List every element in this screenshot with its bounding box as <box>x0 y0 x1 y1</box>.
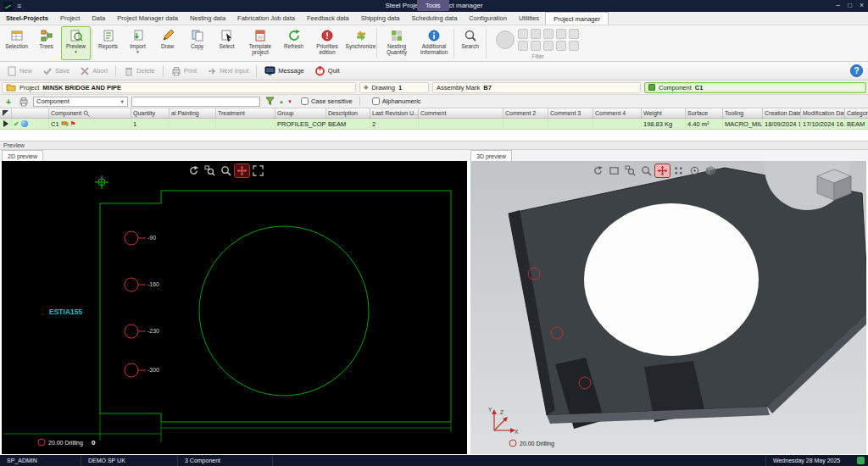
col-header-modification-date[interactable]: Modification Date <box>801 108 845 118</box>
cell-category[interactable]: BEAM <box>845 119 868 129</box>
views-grid-icon[interactable] <box>671 164 686 177</box>
zoom-window-icon[interactable] <box>203 164 217 177</box>
cell-surface[interactable]: 4.40 m² <box>686 119 723 129</box>
2d-preview-canvas[interactable]: -90 -160 -230 -300 ESTIA155 20.00 Drilli… <box>2 161 467 454</box>
filter-disabled-icon[interactable] <box>556 29 566 39</box>
sort-up-icon[interactable]: ▲ <box>279 99 284 104</box>
filter-disabled-icon[interactable] <box>518 29 528 39</box>
filter-disabled-icon[interactable] <box>543 41 554 51</box>
fit-view-icon[interactable] <box>251 164 265 177</box>
cell-comment[interactable] <box>419 119 504 129</box>
menu-project[interactable]: Project <box>54 12 86 25</box>
zoom-icon[interactable] <box>219 164 233 177</box>
tab-2d-preview[interactable]: 2D preview <box>2 150 43 161</box>
cell-weight[interactable]: 198.83 Kg <box>642 119 686 129</box>
ribbon-button-trees[interactable]: Trees <box>31 26 61 60</box>
menu-scheduling-data[interactable]: Scheduling data <box>406 12 464 25</box>
col-header-treatment[interactable]: Treatment <box>216 108 275 118</box>
help-button[interactable]: ? <box>850 64 863 77</box>
drawing-box[interactable]: ◆ Drawing 1 <box>359 82 429 93</box>
cell-tooling[interactable]: MACRO_MILL... <box>723 119 763 129</box>
col-header-surface[interactable]: Surface <box>686 108 723 118</box>
cell-creation-date[interactable]: 18/09/2024 10.2... <box>763 119 801 129</box>
component-box[interactable]: Component C1 <box>644 82 866 93</box>
ribbon-button-preview[interactable]: Preview ▼ <box>61 26 91 60</box>
ribbon-button-select[interactable]: Select <box>212 26 242 60</box>
target-icon[interactable] <box>687 164 702 177</box>
cell-last-revision[interactable]: 2 <box>370 119 419 129</box>
cube-icon[interactable] <box>704 164 718 177</box>
plane-view-icon[interactable] <box>607 164 621 177</box>
menu-fabrication-job-data[interactable]: Fabrication Job data <box>231 12 301 25</box>
ribbon-button-selection[interactable]: Selection <box>2 26 31 60</box>
filter-disabled-icon[interactable] <box>543 29 554 39</box>
col-header-description[interactable]: Description <box>326 108 370 118</box>
alphanumeric-checkbox[interactable] <box>372 97 380 105</box>
ribbon-button-reports[interactable]: Reports <box>93 26 123 60</box>
filter-disabled-icon[interactable] <box>531 41 541 51</box>
project-box[interactable]: Project MINSK BRIDGE AND PIPE <box>2 82 356 93</box>
delete-button[interactable]: Delete <box>120 64 159 78</box>
col-header-weight[interactable]: Weight <box>642 108 686 118</box>
col-header-comment2[interactable]: Comment 2 <box>504 108 548 118</box>
case-sensitive-checkbox[interactable] <box>301 97 309 105</box>
menu-steel-projects[interactable]: Steel-Projects <box>0 12 54 25</box>
menu-project-manager-data[interactable]: Project Manager data <box>111 12 184 25</box>
ribbon-button-template-project[interactable]: Template project <box>242 26 279 60</box>
pan-icon[interactable] <box>655 164 670 177</box>
navigation-cube[interactable] <box>815 168 853 202</box>
col-header-painting[interactable]: al Painting <box>170 108 216 118</box>
col-header-tooling[interactable]: Tooling <box>723 108 763 118</box>
ribbon-button-draw[interactable]: Draw <box>153 26 182 60</box>
assembly-mark-box[interactable]: Assembly Mark B7 <box>432 82 641 93</box>
filter-disabled-icon[interactable] <box>518 41 528 51</box>
col-header-quantity[interactable]: Quantity <box>131 108 170 118</box>
sort-down-icon[interactable]: ▼ <box>287 99 292 104</box>
ribbon-button-search[interactable]: Search <box>455 26 485 60</box>
maximize-button[interactable]: □ <box>848 1 852 9</box>
rotate-view-icon[interactable] <box>186 164 201 177</box>
print-list-button[interactable] <box>18 96 30 107</box>
menu-nesting-data[interactable]: Nesting data <box>184 12 231 25</box>
ribbon-button-additional-information[interactable]: Additional Information <box>415 26 453 60</box>
tab-3d-preview[interactable]: 3D preview <box>470 150 512 161</box>
col-header-component[interactable]: Component <box>49 108 131 118</box>
pan-icon[interactable] <box>235 164 249 177</box>
tab-project-manager[interactable]: Project manager <box>545 12 609 25</box>
menu-data[interactable]: Data <box>86 12 111 25</box>
ribbon-button-import[interactable]: Import ▼ <box>123 26 153 60</box>
zoom-window-icon[interactable] <box>623 164 637 177</box>
menu-configuration[interactable]: Configuration <box>463 12 513 25</box>
quit-button[interactable]: Quit <box>310 64 344 78</box>
preview-panel-header[interactable]: Preview <box>0 141 868 150</box>
message-button[interactable]: Message <box>260 64 308 78</box>
cell-quantity[interactable]: 1 <box>131 119 170 129</box>
ribbon-button-synchronize[interactable]: Synchronize <box>346 26 376 60</box>
cell-comment3[interactable] <box>548 119 593 129</box>
col-header-category[interactable]: Category <box>845 108 868 118</box>
ribbon-button-priorities-edition[interactable]: Priorities edition <box>309 26 346 60</box>
save-button[interactable]: Save <box>38 64 74 78</box>
ribbon-button-refresh[interactable]: Refresh <box>279 26 309 60</box>
menu-shipping-data[interactable]: Shipping data <box>355 12 406 25</box>
cell-description[interactable]: BEAM <box>326 119 370 129</box>
print-button[interactable]: Print <box>167 64 201 78</box>
col-header-status-icons[interactable] <box>12 108 49 118</box>
cell-modification-date[interactable]: 17/10/2024 16.3... <box>801 119 845 129</box>
filter-field-select[interactable]: Component ▼ <box>33 97 128 107</box>
cell-comment4[interactable] <box>593 119 642 129</box>
table-row[interactable]: ✔ C1 ⚑ 1 PROFILES_COPE BEAM 2 198.83 Kg … <box>0 119 868 130</box>
rotate-view-icon[interactable] <box>591 164 605 177</box>
cell-treatment[interactable] <box>216 119 275 129</box>
next-input-button[interactable]: Next Input <box>203 64 253 78</box>
status-tray-icon[interactable] <box>857 457 865 464</box>
col-header-last-revision[interactable]: Last Revision U... <box>370 108 419 118</box>
filter-disabled-icon[interactable] <box>569 29 579 39</box>
filter-search-input[interactable] <box>131 97 260 107</box>
close-button[interactable]: × <box>860 1 864 9</box>
abort-button[interactable]: Abort <box>75 64 112 78</box>
ribbon-button-copy[interactable]: Copy <box>182 26 212 60</box>
ribbon-button-nesting-quantity[interactable]: Nesting Quantity <box>378 26 415 60</box>
new-button[interactable]: New <box>3 64 36 78</box>
filter-disabled-icon[interactable] <box>556 41 566 51</box>
